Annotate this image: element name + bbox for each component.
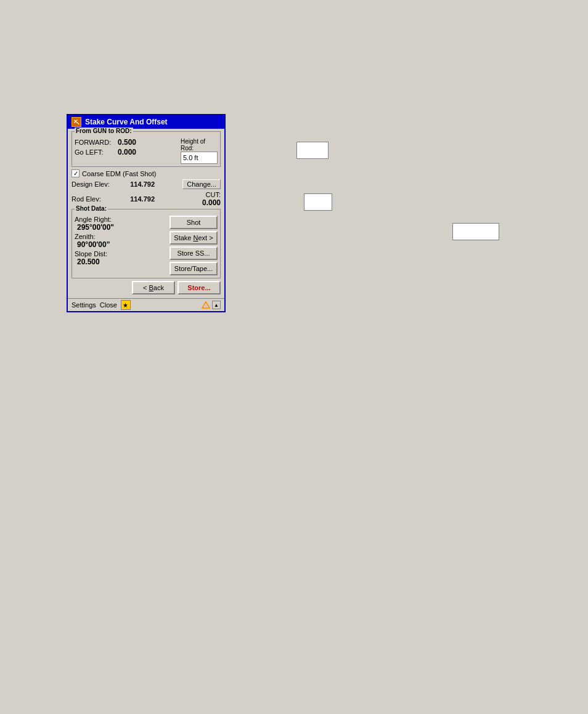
angle-right-label: Angle Right: — [75, 216, 167, 223]
status-triangle-area: ! ▲ — [201, 300, 221, 310]
store-tape-button[interactable]: Store/Tape... — [169, 262, 218, 275]
forward-label: FORWARD: — [75, 139, 118, 146]
svg-text:⛏: ⛏ — [74, 120, 80, 126]
go-left-label: Go LEFT: — [75, 148, 118, 156]
stake-curve-dialog: ⛏ Stake Curve And Offset From GUN to ROD… — [67, 114, 226, 312]
design-elev-label: Design Elev: — [71, 181, 127, 188]
bottom-buttons-row: < Back Store... — [71, 281, 221, 296]
star-button[interactable]: ★ — [121, 300, 131, 310]
triangle-icon: ! — [201, 300, 211, 310]
change-button[interactable]: Change... — [182, 179, 221, 189]
gun-to-rod-label: From GUN to ROD: — [75, 128, 133, 134]
float-rect-2 — [304, 193, 332, 211]
shot-data-label: Shot Data: — [75, 205, 108, 212]
rod-elev-label: Rod Elev: — [71, 195, 127, 203]
status-bar: Settings Close ★ ! ▲ — [68, 298, 224, 311]
dialog-title: Stake Curve And Offset — [85, 118, 168, 126]
slope-dist-value: 20.500 — [75, 258, 167, 266]
zenith-field: Zenith: 90°00'00" — [75, 233, 167, 249]
stake-next-button[interactable]: Stake Next > — [169, 231, 218, 245]
rod-elev-value: 114.792 — [127, 195, 155, 203]
cut-label: CUT: — [206, 191, 221, 198]
cut-value: 0.000 — [202, 198, 221, 207]
design-elev-value: 114.792 — [127, 181, 155, 188]
shot-data-left: Angle Right: 295°00'00" Zenith: 90°00'00… — [75, 216, 167, 275]
settings-label[interactable]: Settings — [71, 301, 96, 309]
forward-value: 0.500 — [118, 138, 152, 147]
shot-button[interactable]: Shot — [169, 216, 218, 229]
svg-text:!: ! — [205, 304, 206, 308]
height-of-rod-input[interactable] — [181, 152, 218, 164]
shot-buttons: Shot Stake Next > Store SS... Store/Tape… — [169, 216, 218, 275]
angle-right-value: 295°00'00" — [75, 223, 167, 232]
back-button[interactable]: < Back — [132, 281, 175, 294]
title-bar: ⛏ Stake Curve And Offset — [68, 115, 224, 129]
store-ss-button[interactable]: Store SS... — [169, 246, 218, 260]
store-button[interactable]: Store... — [178, 281, 221, 294]
coarse-edm-label: Coarse EDM (Fast Shot) — [82, 170, 156, 177]
zenith-label: Zenith: — [75, 233, 167, 240]
coarse-edm-row: ✓ Coarse EDM (Fast Shot) — [71, 169, 221, 177]
design-elev-row: Design Elev: 114.792 Change... — [71, 179, 221, 189]
height-of-rod-label1: Height of — [181, 138, 218, 145]
close-label[interactable]: Close — [100, 301, 117, 309]
slope-dist-label: Slope Dist: — [75, 250, 167, 258]
zenith-value: 90°00'00" — [75, 240, 167, 249]
height-of-rod-container: Height of Rod: — [181, 138, 218, 164]
coarse-edm-checkbox[interactable]: ✓ — [71, 169, 80, 177]
slope-dist-field: Slope Dist: 20.500 — [75, 250, 167, 266]
title-icon: ⛏ — [71, 117, 81, 127]
go-left-value: 0.000 — [118, 148, 152, 156]
scroll-up-button[interactable]: ▲ — [212, 301, 221, 309]
float-rect-3 — [452, 223, 499, 240]
angle-right-field: Angle Right: 295°00'00" — [75, 216, 167, 232]
star-icon: ★ — [123, 302, 128, 309]
height-of-rod-label2: Rod: — [181, 145, 218, 152]
float-rect-1 — [296, 142, 329, 159]
cut-section: CUT: 0.000 — [202, 191, 221, 207]
